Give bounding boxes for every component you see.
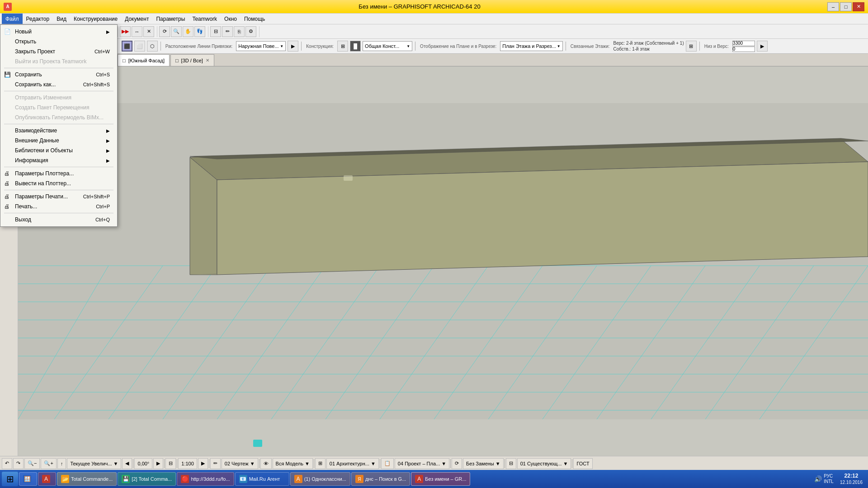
arch-dropdown[interactable]: 01 Архитектурн... ▼	[326, 458, 379, 469]
volume-icon[interactable]: 🔊	[814, 475, 822, 483]
menu-params[interactable]: Параметры	[152, 14, 189, 24]
tb-orbit[interactable]: ⟳	[159, 26, 170, 37]
project-dropdown[interactable]: 04 Проект – Пла... ▼	[395, 458, 449, 469]
scale-display[interactable]: 1:100	[178, 458, 197, 469]
menu-plotter-output[interactable]: 🖨 Вывести на Плоттер...	[0, 178, 117, 188]
maximize-button[interactable]: □	[840, 2, 852, 11]
tb-layers[interactable]: ⊟	[210, 26, 221, 37]
minimize-button[interactable]: –	[827, 2, 839, 11]
model-dropdown[interactable]: Вся Модель ▼	[273, 458, 313, 469]
undo-btn[interactable]: ↶	[2, 458, 12, 469]
replace-icon[interactable]: ⟳	[452, 458, 462, 469]
menu-plotter-params[interactable]: 🖨 Параметры Плоттера...	[0, 169, 117, 178]
taskbar-app-explorer[interactable]: 🪟	[19, 472, 37, 486]
const-btn-2[interactable]: █	[350, 41, 361, 52]
floor-icon[interactable]: ⊟	[165, 458, 176, 469]
menu-lib-label: Библиотеки и Объекты	[15, 147, 73, 154]
taskbar-app-archicad-main[interactable]: A Без имени – GR...	[411, 472, 470, 486]
menu-teamwork[interactable]: Teamwork	[189, 14, 221, 24]
menu-editor[interactable]: Редактор	[23, 14, 53, 24]
save-shortcut: Ctrl+S	[96, 72, 110, 77]
clock-time: 22:12	[840, 473, 863, 480]
standard-display[interactable]: ГОСТ	[573, 458, 592, 469]
floors-icon[interactable]: ⊞	[686, 41, 697, 52]
menu-view[interactable]: Вид	[53, 14, 70, 24]
geom-btn-2[interactable]: ⬜	[134, 41, 145, 52]
taskbar-app-archicad-small[interactable]: A	[38, 472, 56, 486]
toolbar-group-3d: ⟳ 🔍 ✋ 👣	[159, 26, 208, 37]
tb-stretch[interactable]: ↔	[132, 26, 142, 37]
angle-arrow[interactable]: ▶	[153, 458, 163, 469]
taskbar-app-yandex[interactable]: Я днс – Поиск в G...	[351, 472, 410, 486]
menu-construct[interactable]: Конструирование	[70, 14, 121, 24]
eye-icon[interactable]: 👁	[260, 458, 272, 469]
layer-dropdown[interactable]: 02 Чертеж ▼	[222, 458, 258, 469]
menu-window[interactable]: Окно	[221, 14, 241, 24]
menu-file[interactable]: Файл	[2, 14, 23, 24]
pan-btn[interactable]: ↑	[57, 458, 66, 469]
tb-pan[interactable]: ✋	[183, 26, 193, 37]
menu-new[interactable]: 📄 Новый ▶	[0, 27, 117, 37]
menu-save[interactable]: 💾 Сохранить Ctrl+S	[0, 70, 117, 80]
tab-south-facade[interactable]: □ [Южный Фасад]	[118, 54, 170, 66]
tb-settings[interactable]: ⚙	[245, 26, 256, 37]
high-input[interactable]	[732, 41, 755, 46]
const-btn-1[interactable]: ⊞	[337, 41, 348, 52]
tb-walk[interactable]: 👣	[194, 26, 205, 37]
tb-close-x[interactable]: ✕	[143, 26, 154, 37]
app-icon-browser: 🔴	[181, 475, 189, 483]
toolbar-row1: 📄 📂 💾 ⊞ ⊕ ↗ ✏ □ ⬡ ▶▶ ↔ ✕ ⟳ 🔍 ✋ 👣 ⊟ ✏	[0, 24, 868, 39]
zoom-out-btn[interactable]: 🔍−	[24, 458, 40, 469]
redo-btn[interactable]: ↷	[13, 458, 24, 469]
tb-pointer[interactable]: ▶▶	[120, 26, 131, 37]
menu-external-data[interactable]: Внешние Данные ▶	[0, 136, 117, 145]
line-arrow-btn[interactable]: ▶	[288, 41, 298, 52]
replace-dropdown[interactable]: Без Замены ▼	[463, 458, 504, 469]
arch-icon[interactable]: ⊞	[315, 458, 326, 469]
high-low-label: Низ и Верс:	[703, 44, 731, 49]
menu-open[interactable]: Открыть	[0, 37, 117, 47]
taskbar-app-total1[interactable]: 📂 Total Commande...	[57, 472, 117, 486]
menu-libraries[interactable]: Библиотеки и Объекты ▶	[0, 145, 117, 155]
plotter-icon: 🖨	[4, 170, 9, 177]
menu-info[interactable]: Информация ▶	[0, 155, 117, 165]
tb-edit[interactable]: ✏	[222, 26, 233, 37]
menu-print[interactable]: 🖨 Печать... Ctrl+P	[0, 202, 117, 211]
taskbar: ⊞ 🪟 A 📂 Total Commande... 💾 [2] Total Co…	[0, 470, 868, 488]
geom-btn-3[interactable]: ⬡	[147, 41, 158, 52]
tab-close-3d[interactable]: ✕	[206, 58, 209, 63]
display-dropdown[interactable]: План Этажа и Разрез... ▼	[500, 41, 562, 51]
exist-icon[interactable]: ⊟	[506, 458, 516, 469]
tb-copy[interactable]: ⎘	[234, 26, 245, 37]
high-low-arrow[interactable]: ▶	[757, 41, 768, 52]
project-icon[interactable]: 📋	[381, 458, 394, 469]
low-input[interactable]	[732, 47, 755, 52]
pencil-icon[interactable]: ✏	[210, 458, 221, 469]
tb-zoom-3d[interactable]: 🔍	[171, 26, 182, 37]
exist-dropdown[interactable]: 01 Существующ... ▼	[517, 458, 571, 469]
scale-arrow[interactable]: ▶	[198, 458, 208, 469]
taskbar-app-total2[interactable]: 💾 [2] Total Comma...	[118, 472, 176, 486]
close-button[interactable]: ✕	[853, 2, 864, 11]
menu-save-as[interactable]: Сохранить как... Ctrl+Shift+S	[0, 80, 117, 89]
taskbar-app-mail[interactable]: 📧 Mail.Ru Агент	[235, 472, 289, 486]
zoom-dropdown[interactable]: Текущее Увелич... ▼	[67, 458, 121, 469]
menu-document[interactable]: Документ	[121, 14, 152, 24]
zoom-in-btn[interactable]: 🔍+	[41, 458, 56, 469]
menu-print-params[interactable]: 🖨 Параметры Печати... Ctrl+Shift+P	[0, 192, 117, 202]
taskbar-app-browser[interactable]: 🔴 http://3ddd.ru/fo...	[177, 472, 234, 486]
tab-3d-all[interactable]: □ [3D / Все] ✕	[170, 54, 214, 66]
angle-display[interactable]: 0,00°	[134, 458, 152, 469]
geom-btn-1[interactable]: ⬛	[122, 41, 132, 52]
zoom-prev[interactable]: ◀	[122, 458, 132, 469]
start-button[interactable]: ⊞	[2, 472, 18, 486]
line-layout-dropdown[interactable]: Наружная Пове... ▼	[236, 41, 286, 51]
viewport-3d[interactable]	[18, 66, 868, 456]
const-dropdown[interactable]: Общая Конст... ▼	[363, 41, 412, 51]
taskbar-app-ok[interactable]: A (1) Одноклассни...	[290, 472, 350, 486]
menu-exit[interactable]: Выход Ctrl+Q	[0, 215, 117, 225]
menu-help[interactable]: Помощь	[241, 14, 269, 24]
menu-interaction[interactable]: Взаимодействие ▶	[0, 126, 117, 136]
taskbar-label-browser: http://3ddd.ru/fo...	[191, 476, 230, 482]
menu-close-project[interactable]: Закрыть Проект Ctrl+W	[0, 47, 117, 56]
